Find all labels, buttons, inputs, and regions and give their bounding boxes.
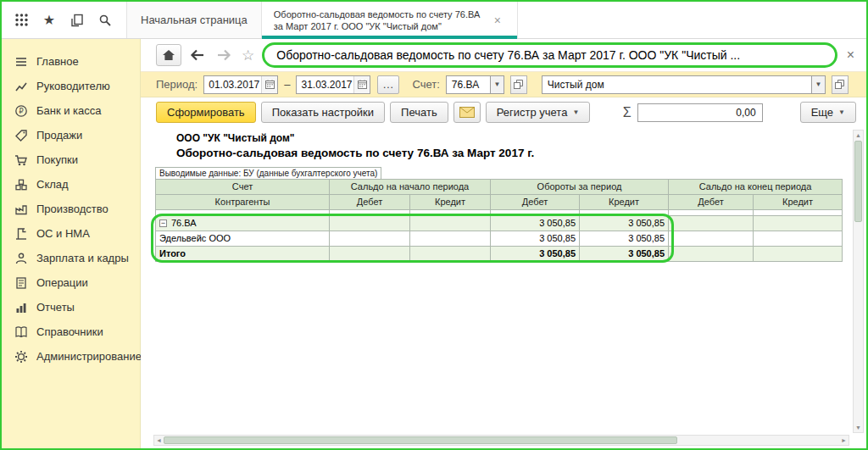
col-debit: Дебет xyxy=(669,195,754,210)
forward-button[interactable] xyxy=(214,45,234,65)
date-from-field[interactable]: 01.03.2017 xyxy=(203,75,278,94)
account-combo[interactable]: 76.ВА ▼ xyxy=(446,75,504,94)
account-cell[interactable]: −76.ВА xyxy=(156,216,330,231)
vertical-scrollbar[interactable]: ▲ ▼ xyxy=(853,130,864,433)
sidebar-item-administration[interactable]: Администрирование xyxy=(2,344,140,369)
tab-report[interactable]: Оборотно-сальдовая ведомость по счету 76… xyxy=(262,2,518,38)
scroll-right-icon[interactable]: ► xyxy=(839,437,849,443)
back-button[interactable] xyxy=(187,45,208,65)
sigma-icon: Σ xyxy=(623,105,632,120)
register-button[interactable]: Регистр учета ▼ xyxy=(486,102,591,123)
organization-open-button[interactable] xyxy=(832,75,849,94)
closing-debit-cell[interactable] xyxy=(669,216,754,231)
date-to-field[interactable]: 31.03.2017 xyxy=(296,75,370,94)
print-button[interactable]: Печать xyxy=(390,102,448,123)
opening-credit-cell[interactable] xyxy=(410,216,491,231)
report-note: Выводимые данные: БУ (данные бухгалтерск… xyxy=(155,167,381,180)
turnover-credit-cell[interactable]: 3 050,85 xyxy=(580,247,669,262)
machine-icon xyxy=(14,227,28,241)
total-cell[interactable]: Итого xyxy=(156,247,330,262)
closing-credit-cell[interactable] xyxy=(754,216,843,231)
col-closing-balance: Сальдо на конец периода xyxy=(669,180,843,195)
sidebar-item-catalogs[interactable]: Справочники xyxy=(2,319,140,344)
closing-debit-cell[interactable] xyxy=(669,231,754,247)
show-settings-button[interactable]: Показать настройки xyxy=(261,102,385,123)
account-open-button[interactable] xyxy=(510,75,527,94)
sidebar-item-warehouse[interactable]: Склад xyxy=(2,172,140,197)
tab-home[interactable]: Начальная страница xyxy=(127,2,262,38)
envelope-icon xyxy=(459,107,475,118)
spacer-cell xyxy=(410,210,491,216)
sidebar-item-purchases[interactable]: Покупки xyxy=(2,147,140,172)
counterparty-cell[interactable]: Эдельвейс ООО xyxy=(156,231,330,247)
account-value: 76.ВА xyxy=(446,75,490,94)
col-debit: Дебет xyxy=(491,195,580,210)
sidebar-item-manager[interactable]: Руководителю xyxy=(2,74,140,98)
sidebar-item-operations[interactable]: Операции xyxy=(2,270,140,295)
open-form-icon xyxy=(514,80,523,89)
scroll-down-icon[interactable]: ▼ xyxy=(855,423,861,432)
turnover-debit-cell[interactable]: 3 050,85 xyxy=(491,216,580,231)
email-button[interactable] xyxy=(453,102,481,123)
period-more-button[interactable]: ... xyxy=(377,75,399,94)
turnover-credit-cell[interactable]: 3 050,85 xyxy=(580,216,669,231)
home-button[interactable] xyxy=(156,44,181,66)
opening-debit-cell[interactable] xyxy=(330,231,410,247)
hamburger-icon xyxy=(14,55,28,69)
vertical-scroll-thumb[interactable] xyxy=(854,141,862,222)
opening-debit-cell[interactable] xyxy=(330,216,410,231)
price-tag-icon xyxy=(14,129,28,142)
opening-credit-cell[interactable] xyxy=(410,231,491,247)
scroll-left-icon[interactable]: ◄ xyxy=(154,437,164,443)
form-close-icon[interactable]: × xyxy=(847,47,854,63)
closing-credit-cell[interactable] xyxy=(754,231,843,247)
gear-icon xyxy=(14,350,28,364)
sidebar-item-sales[interactable]: Продажи xyxy=(2,123,140,147)
opening-credit-cell[interactable] xyxy=(410,247,491,262)
sidebar-item-label: Производство xyxy=(36,202,108,216)
favorites-star-icon[interactable]: ★ xyxy=(42,13,57,28)
date-to-value: 31.03.2017 xyxy=(297,79,353,91)
journal-icon xyxy=(14,276,28,290)
horizontal-scrollbar[interactable]: ◄ ► xyxy=(153,435,849,446)
search-icon[interactable] xyxy=(97,13,113,28)
more-button[interactable]: Еще ▼ xyxy=(800,102,856,123)
favorite-star-icon[interactable]: ☆ xyxy=(242,47,254,64)
account-dropdown-icon[interactable]: ▼ xyxy=(490,75,504,94)
history-icon[interactable] xyxy=(70,13,85,28)
main-menu-icon[interactable] xyxy=(14,13,29,28)
report-title: Оборотно-сальдовая ведомость по счету 76… xyxy=(176,147,841,159)
person-icon xyxy=(14,252,28,265)
generate-button[interactable]: Сформировать xyxy=(156,102,256,123)
sidebar-item-fixed-assets[interactable]: ОС и НМА xyxy=(2,221,140,246)
sidebar-item-reports[interactable]: Отчеты xyxy=(2,295,140,319)
opening-debit-cell[interactable] xyxy=(330,247,410,262)
tab-close-icon[interactable]: × xyxy=(494,14,501,27)
sum-field[interactable]: 0,00 xyxy=(637,103,763,122)
turnover-debit-cell[interactable]: 3 050,85 xyxy=(491,231,580,247)
calendar-icon[interactable] xyxy=(353,76,370,93)
collapse-toggle-icon[interactable]: − xyxy=(159,219,167,227)
svg-text:₽: ₽ xyxy=(19,107,24,115)
sidebar-item-main[interactable]: Главное xyxy=(2,49,140,74)
header-row-sub: Контрагенты Дебет Кредит Дебет Кредит Де… xyxy=(156,195,843,210)
sidebar-item-production[interactable]: Производство xyxy=(2,197,140,221)
sidebar-item-hr[interactable]: Зарплата и кадры xyxy=(2,246,140,270)
header-row-groups: Счет Сальдо на начало периода Обороты за… xyxy=(156,180,843,195)
sidebar-item-bank[interactable]: ₽ Банк и касса xyxy=(2,98,140,123)
closing-credit-cell[interactable] xyxy=(754,247,843,262)
cart-icon xyxy=(14,153,28,167)
turnover-debit-cell[interactable]: 3 050,85 xyxy=(491,247,580,262)
home-icon xyxy=(162,49,175,61)
boxes-icon xyxy=(14,178,28,192)
calendar-icon[interactable] xyxy=(261,76,277,93)
closing-debit-cell[interactable] xyxy=(669,247,754,262)
chart-line-icon xyxy=(14,80,28,93)
horizontal-scroll-thumb[interactable] xyxy=(164,436,677,444)
sidebar-item-label: Руководителю xyxy=(36,79,110,93)
scroll-up-icon[interactable]: ▲ xyxy=(855,131,861,140)
organization-dropdown-icon[interactable]: ▼ xyxy=(811,75,826,94)
report-org: ООО "УК "Чистый дом" xyxy=(176,132,841,144)
organization-combo[interactable]: Чистый дом ▼ xyxy=(542,75,826,94)
turnover-credit-cell[interactable]: 3 050,85 xyxy=(580,231,669,247)
